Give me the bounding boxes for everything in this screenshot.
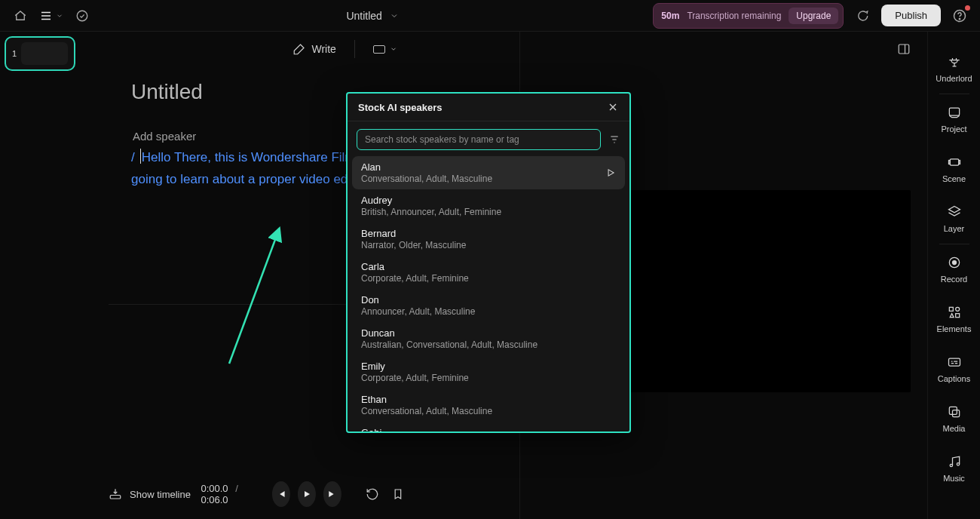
rail-layer[interactable]: Layer	[928, 194, 980, 244]
speaker-tags: Corporate, Adult, Feminine	[361, 373, 469, 383]
transport-extra	[366, 487, 405, 501]
speaker-name: Emily	[361, 361, 469, 372]
document-title[interactable]: Untitled	[346, 10, 381, 22]
speaker-meta: BernardNarrator, Older, Masculine	[361, 228, 466, 250]
svg-point-18	[950, 464, 952, 466]
upgrade-button[interactable]: Upgrade	[789, 8, 838, 24]
speaker-meta: AlanConversational, Adult, Masculine	[361, 161, 492, 184]
speaker-name: Duncan	[361, 327, 537, 339]
rail-underlord[interactable]: Underlord	[928, 44, 980, 94]
play-button[interactable]	[298, 481, 316, 507]
write-label: Write	[312, 43, 336, 55]
speaker-item[interactable]: AudreyBritish, Announcer, Adult, Feminin…	[352, 189, 625, 223]
svg-rect-14	[955, 314, 959, 318]
record-icon	[947, 255, 962, 270]
scene-thumb-1[interactable]: 1	[5, 36, 75, 71]
speaker-meta: EmilyCorporate, Adult, Feminine	[361, 361, 469, 383]
speaker-item[interactable]: EmilyCorporate, Adult, Feminine	[352, 355, 625, 388]
rail-project[interactable]: Project	[928, 94, 980, 144]
elements-icon	[947, 305, 962, 320]
loop-icon[interactable]	[366, 487, 379, 501]
rail-label: Scene	[942, 174, 966, 183]
speaker-tags: Conversational, Adult, Masculine	[361, 406, 492, 416]
svg-point-19	[957, 463, 959, 465]
bottom-bar: Show timeline 0:00.0 / 0:06.0	[109, 477, 497, 511]
home-icon[interactable]	[11, 6, 30, 26]
speaker-meta: DonAnnouncer, Adult, Masculine	[361, 294, 475, 317]
scene-icon	[947, 155, 962, 170]
speaker-tags: Narrator, Older, Masculine	[361, 240, 466, 250]
check-circle-icon[interactable]	[72, 6, 92, 26]
skip-back-button[interactable]	[272, 481, 290, 507]
chevron-down-icon	[56, 12, 63, 20]
speaker-item[interactable]: AlanConversational, Adult, Masculine	[352, 156, 625, 189]
comment-icon[interactable]	[853, 6, 872, 26]
music-icon	[947, 454, 962, 469]
svg-point-11	[952, 261, 956, 265]
preview-play-icon[interactable]	[605, 167, 616, 178]
speaker-name: Carla	[361, 261, 469, 272]
speaker-list[interactable]: AlanConversational, Adult, MasculineAudr…	[348, 156, 629, 431]
show-timeline-label: Show timeline	[130, 489, 191, 500]
skip-forward-button[interactable]	[323, 481, 341, 507]
scene-thumb-index: 1	[12, 49, 17, 58]
speaker-meta: DuncanAustralian, Conversational, Adult,…	[361, 327, 537, 350]
svg-line-3	[229, 232, 278, 364]
annotation-arrow	[214, 220, 297, 379]
aspect-rect-icon	[373, 45, 385, 54]
speaker-name: Alan	[361, 161, 492, 173]
speaker-tags: Conversational, Adult, Masculine	[361, 174, 492, 184]
close-icon[interactable]	[607, 101, 619, 113]
aspect-ratio-button[interactable]	[373, 45, 397, 54]
svg-rect-8	[948, 161, 950, 164]
chevron-down-icon	[390, 45, 397, 53]
show-timeline-button[interactable]: Show timeline	[109, 487, 191, 501]
write-button[interactable]: Write	[292, 42, 336, 56]
current-time: 0:00.0	[201, 483, 228, 494]
svg-point-0	[77, 11, 87, 21]
hamburger-icon	[39, 9, 53, 23]
speaker-meta: EthanConversational, Adult, Masculine	[361, 394, 492, 416]
rail-label: Elements	[937, 324, 972, 333]
rail-music[interactable]: Music	[928, 444, 980, 493]
speaker-item[interactable]: CarlaCorporate, Adult, Feminine	[352, 256, 625, 289]
help-icon[interactable]	[950, 6, 969, 26]
media-icon	[947, 404, 962, 419]
scene-thumb-preview	[21, 42, 68, 65]
transcription-text: Transcription remaining	[687, 11, 781, 21]
right-rail: Underlord Project Scene Layer Record Ele…	[927, 32, 980, 519]
speaker-name: Gabi	[361, 427, 476, 431]
speaker-tags: Australian, Conversational, Adult, Mascu…	[361, 339, 537, 350]
play-icon	[302, 489, 312, 499]
rail-record[interactable]: Record	[928, 244, 980, 294]
project-icon	[947, 105, 962, 120]
publish-button[interactable]: Publish	[881, 5, 941, 26]
speaker-search-input[interactable]	[357, 129, 601, 150]
rail-elements[interactable]: Elements	[928, 294, 980, 344]
speaker-item[interactable]: DuncanAustralian, Conversational, Adult,…	[352, 322, 625, 355]
topbar-left	[11, 6, 92, 26]
rail-scene[interactable]: Scene	[928, 144, 980, 194]
chevron-down-icon[interactable]	[390, 11, 399, 20]
speaker-item[interactable]: DonAnnouncer, Adult, Masculine	[352, 289, 625, 322]
pencil-icon	[292, 42, 306, 56]
speaker-tags: Announcer, Adult, Masculine	[361, 306, 475, 317]
speaker-meta: CarlaCorporate, Adult, Feminine	[361, 261, 469, 284]
notification-dot	[965, 5, 970, 11]
modal-header: Stock AI speakers	[348, 94, 629, 121]
toggle-sidepanel-button[interactable]	[897, 42, 911, 56]
modal-title: Stock AI speakers	[358, 102, 443, 113]
scene-thumb-rail: 1	[0, 32, 86, 519]
rail-captions[interactable]: Captions	[928, 344, 980, 394]
layer-icon	[947, 204, 962, 220]
speaker-item[interactable]: BernardNarrator, Older, Masculine	[352, 223, 625, 256]
svg-rect-7	[950, 159, 959, 165]
menu-button[interactable]	[39, 9, 63, 23]
speaker-item[interactable]: GabiPromotional, Adult, Feminine	[352, 422, 625, 431]
rail-media[interactable]: Media	[928, 394, 980, 444]
text-cursor	[140, 149, 141, 164]
speaker-item[interactable]: EthanConversational, Adult, Masculine	[352, 388, 625, 422]
filter-icon[interactable]	[608, 134, 620, 146]
bookmark-icon[interactable]	[391, 487, 405, 501]
transcription-remaining[interactable]: 50m Transcription remaining Upgrade	[653, 3, 844, 29]
